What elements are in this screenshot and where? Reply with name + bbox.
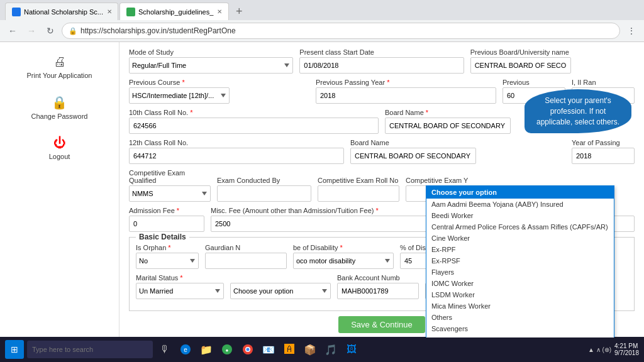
browser-chrome: National Scholarship Sc... ✕ Scholarship… [0,0,644,42]
bank-account-input[interactable] [337,283,419,299]
tooltip-bubble: Select your parent's profession. If not … [525,89,631,133]
dropdown-item[interactable]: Aam Aadmi Beema Yojana (AABY) Insured [426,199,614,210]
dropdown-item[interactable]: Cine Worker [426,233,614,244]
dropdown-item[interactable]: Beedi Worker [426,210,614,221]
bank-account-label: Bank Account Numb [337,274,419,282]
svg-point-6 [247,348,250,351]
taskbar-amazon-icon[interactable]: 🅰 [280,341,298,355]
tab1-label: National Scholarship Sc... [24,8,103,16]
parent-profession-dropdown: Choose your option Aam Aadmi Beema Yojan… [426,185,614,337]
previous-course-label: Previous Course * [129,79,309,86]
board-name-12-label: Board Name [350,139,565,146]
disability-group: be of Disability * oco motor disability [293,244,394,269]
sidebar-item-password[interactable]: 🔒 Change Password [6,89,113,126]
previous-course-select[interactable]: HSC/Intermediate [12th]/... [129,87,230,104]
previous-passing-year-group: Previous Passing Year * [316,79,496,104]
basic-details-title: Basic Details [136,233,189,241]
year-passing-input[interactable] [572,148,635,164]
dropdown-item[interactable]: Scavengers [426,323,614,334]
taskbar-mic-icon[interactable]: 🎙 [156,341,174,355]
present-class-start-date-input[interactable] [299,57,464,74]
form-row-1: Mode of Study Regular/Full Time Present … [129,48,635,74]
dropdown-header: Choose your option [426,186,614,199]
prev-board-group: Previous Board/University name [470,48,635,74]
taskbar-mail-icon[interactable]: 📧 [260,341,277,355]
back-button[interactable]: ← [5,23,20,38]
tab-bar: National Scholarship Sc... ✕ Scholarship… [0,0,644,20]
year-passing-label: Year of Passing [572,139,635,146]
address-bar-row: ← → ↻ 🔒 https://scholarships.gov.in/stud… [0,20,644,41]
parent-profession-label [230,274,331,282]
year-passing-group: Year of Passing [572,139,635,164]
admission-fee-input[interactable] [129,216,204,232]
lock-icon: 🔒 [52,95,67,110]
competitive-exam-label: Competitive Exam Qualified [129,169,211,184]
taskbar-store-icon[interactable]: 📦 [301,341,319,355]
previous-passing-year-input[interactable] [316,87,496,104]
taskbar-chrome-icon[interactable] [239,341,257,355]
board-name-10-input[interactable] [385,118,511,134]
taskbar-explorer-icon[interactable]: 📁 [197,341,215,355]
dropdown-item[interactable]: Flayers [426,266,614,278]
mode-of-study-select[interactable]: Regular/Full Time [129,57,293,74]
marital-status-select[interactable]: Un Married [136,283,224,299]
taskbar-music-icon[interactable]: 🎵 [322,341,340,355]
disability-label: be of Disability * [293,244,394,251]
board-name-12-input[interactable] [350,148,476,164]
roll-no-10-group: 10th Class Roll No. * [129,109,379,134]
tab-1[interactable]: National Scholarship Sc... ✕ [5,3,118,20]
admission-fee-group: Admission Fee * [129,207,204,232]
taskbar-edge-icon[interactable]: ● [218,341,236,355]
is-orphan-select[interactable]: No [136,253,199,269]
save-continue-button[interactable]: Save & Continue [338,316,425,333]
sidebar-item-logout[interactable]: ⏻ Logout [6,129,113,167]
menu-button[interactable]: ⋮ [624,23,639,38]
roll-no-12-input[interactable] [129,148,344,164]
competitive-exam-select[interactable]: NMMS [129,185,211,202]
new-tab-button[interactable]: + [230,3,248,20]
reload-button[interactable]: ↻ [43,23,58,38]
ii-ran-label: I, II Ran [572,79,635,86]
tab1-close[interactable]: ✕ [107,8,112,15]
svg-text:e: e [184,346,187,353]
dropdown-item[interactable]: Ex-RPSF [426,255,614,266]
exam-roll-no-input[interactable] [318,185,399,202]
dropdown-item[interactable]: Ex-RPF [426,244,614,255]
marital-status-group: Marital Status * Un Married [136,274,224,299]
parent-profession-select[interactable]: Choose your option [230,283,331,299]
mode-of-study-group: Mode of Study Regular/Full Time [129,48,293,74]
dropdown-item[interactable]: Mica Mines Worker [426,300,614,312]
taskbar-right: ▲ ∧ (⊕) 4:21 PM9/7/2018 [588,343,639,355]
tab2-close[interactable]: ✕ [217,8,222,15]
main-layout: 🖨 Print Your Application 🔒 Change Passwo… [0,42,644,337]
taskbar-system-tray: ▲ ∧ (⊕) [588,346,611,353]
dropdown-item[interactable]: Others [426,312,614,323]
taskbar-browser-icon[interactable]: e [177,341,194,355]
parent-profession-group: Choose your option [230,274,331,299]
prev-board-input[interactable] [470,57,571,74]
guardian-input[interactable] [205,253,287,269]
sidebar-item-print[interactable]: 🖨 Print Your Application [6,48,113,85]
roll-no-12-label: 12th Class Roll No. [129,139,344,146]
address-bar[interactable]: 🔒 https://scholarships.gov.in/studentReg… [62,23,620,39]
is-orphan-label: Is Orphan * [136,244,199,251]
guardian-group: Gaurdian N [205,244,287,269]
exam-conducted-label: Exam Conducted By [217,177,311,184]
power-icon: ⏻ [53,136,66,150]
dropdown-item[interactable]: IOMC Worker [426,278,614,289]
taskbar-photos-icon[interactable]: 🖼 [343,341,360,355]
tab-2[interactable]: Scholarship_guidelines_ ✕ [119,3,229,20]
dropdown-item[interactable]: Central Armed Police Forces & Assam Rifl… [426,221,614,233]
start-button[interactable]: ⊞ [5,340,24,355]
taskbar-search-input[interactable] [27,341,153,355]
exam-conducted-input[interactable] [217,185,311,202]
competitive-exam-group: Competitive Exam Qualified NMMS [129,169,211,202]
sidebar: 🖨 Print Your Application 🔒 Change Passwo… [0,42,119,337]
forward-button[interactable]: → [24,23,39,38]
exam-year-label: Competitive Exam Y [406,177,469,184]
roll-no-10-input[interactable] [129,118,379,134]
roll-no-10-label: 10th Class Roll No. * [129,109,379,116]
disability-select[interactable]: oco motor disability [293,253,394,269]
dropdown-item[interactable]: LSDM Worker [426,289,614,300]
dropdown-item[interactable]: Serving RPF [426,334,614,337]
